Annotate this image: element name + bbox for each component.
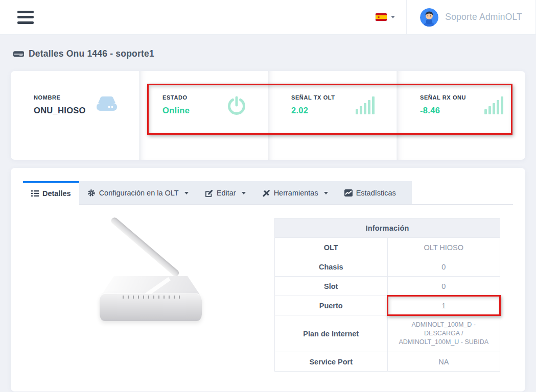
- onu-device-image: [100, 219, 202, 324]
- row-chasis-label: Chasis: [275, 257, 388, 277]
- page-title: Detalles Onu 1446 - soporte1: [13, 48, 525, 59]
- tab-editar-label: Editar: [217, 189, 236, 197]
- user-menu[interactable]: Soporte AdminOLT: [406, 0, 536, 34]
- table-row-service-port: Service Port NA: [275, 352, 500, 372]
- info-table-header: Información: [275, 218, 500, 238]
- table-row-puerto: Puerto 1: [275, 296, 500, 315]
- router-top: [100, 276, 202, 295]
- row-puerto-value-annotated: 1: [387, 296, 500, 315]
- row-slot-value: 0: [387, 277, 500, 296]
- power-icon: [226, 95, 247, 117]
- hdd-icon: [95, 95, 119, 115]
- onu-details-card: Detalles Configuración en la OLT: [11, 168, 525, 391]
- chevron-down-icon: [391, 16, 395, 18]
- tab-detalles-label: Detalles: [42, 189, 71, 198]
- tab-estadisticas[interactable]: Estadísticas: [336, 181, 404, 205]
- language-selector[interactable]: [364, 0, 406, 34]
- table-row-plan-internet: Plan de Internet ADMINOLT_100M_D - DESCA…: [275, 315, 500, 352]
- tab-detalles[interactable]: Detalles: [23, 181, 79, 205]
- chevron-down-icon: [324, 192, 328, 194]
- tab-configuracion-label: Configuración en la OLT: [99, 189, 179, 197]
- stat-tx-value: 2.02: [291, 106, 335, 115]
- page-content: Detalles Onu 1446 - soporte1 NOMBRE ONU_…: [0, 35, 536, 391]
- row-chasis-value: 0: [387, 257, 500, 277]
- stat-estado-label: ESTADO: [162, 94, 190, 101]
- row-olt-label: OLT: [275, 238, 388, 257]
- signal-bars-icon: [484, 95, 505, 115]
- edit-icon: [205, 189, 213, 197]
- page-title-text: Detalles Onu 1446 - soporte1: [29, 48, 154, 59]
- stat-nombre: NOMBRE ONU_HIOSO: [11, 71, 139, 160]
- table-row-olt: OLT OLT HIOSO: [275, 238, 500, 257]
- row-puerto-label: Puerto: [275, 296, 388, 315]
- stat-senal-tx-olt: SEÑAL TX OLT 2.02: [268, 71, 397, 160]
- router-antenna: [110, 216, 180, 278]
- row-plan-label: Plan de Internet: [275, 315, 388, 352]
- gear-icon: [87, 189, 96, 197]
- detalles-tab-content: Información OLT OLT HIOSO Chasis 0: [23, 205, 513, 372]
- row-service-port-label: Service Port: [275, 352, 388, 372]
- tab-bar: Detalles Configuración en la OLT: [23, 181, 513, 205]
- stat-rx-label: SEÑAL RX ONU: [420, 94, 466, 101]
- stat-rx-value: -8.46: [420, 106, 466, 115]
- tab-estadisticas-label: Estadísticas: [356, 189, 396, 197]
- spain-flag-icon: [376, 13, 387, 21]
- table-row-slot: Slot 0: [275, 277, 500, 296]
- stat-estado: ESTADO Online: [139, 71, 268, 160]
- onu-stats-card: NOMBRE ONU_HIOSO ESTADO Online: [11, 71, 525, 160]
- stat-nombre-label: NOMBRE: [34, 94, 86, 101]
- stat-tx-label: SEÑAL TX OLT: [291, 94, 335, 101]
- stat-senal-rx-onu: SEÑAL RX ONU -8.46: [397, 71, 525, 160]
- tabs-strip: Detalles Configuración en la OLT: [23, 181, 412, 204]
- device-image-pane: [23, 218, 274, 372]
- user-avatar: [420, 8, 438, 27]
- row-service-port-value: NA: [387, 352, 500, 372]
- signal-bars-icon: [356, 95, 376, 115]
- tools-icon: [262, 189, 270, 197]
- list-icon: [31, 190, 39, 197]
- tab-herramientas[interactable]: Herramientas: [254, 181, 336, 205]
- chevron-down-icon: [242, 192, 246, 194]
- user-name: Soporte AdminOLT: [445, 12, 522, 22]
- informacion-table: Información OLT OLT HIOSO Chasis 0: [274, 218, 500, 372]
- menu-toggle-button[interactable]: [17, 11, 34, 24]
- row-plan-value: ADMINOLT_100M_D - DESCARGA / ADMINOLT_10…: [387, 315, 500, 352]
- table-row-chasis: Chasis 0: [275, 257, 500, 277]
- tab-editar[interactable]: Editar: [197, 181, 254, 205]
- info-table-pane: Información OLT OLT HIOSO Chasis 0: [274, 218, 513, 372]
- tab-configuracion-olt[interactable]: Configuración en la OLT: [79, 181, 197, 205]
- hdd-icon: [13, 50, 24, 58]
- row-slot-label: Slot: [275, 277, 388, 296]
- router-leds: [123, 296, 183, 299]
- row-olt-value: OLT HIOSO: [387, 238, 500, 257]
- stat-nombre-value: ONU_HIOSO: [34, 106, 86, 115]
- tab-herramientas-label: Herramientas: [274, 189, 318, 197]
- top-navbar: Soporte AdminOLT: [0, 0, 536, 35]
- stat-estado-value: Online: [162, 106, 190, 115]
- chart-icon: [344, 189, 353, 197]
- chevron-down-icon: [184, 192, 189, 194]
